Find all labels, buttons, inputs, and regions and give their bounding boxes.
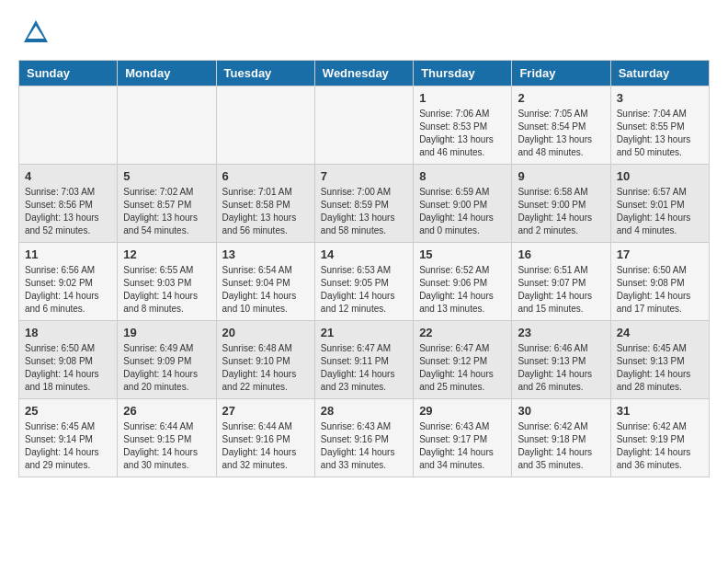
calendar-cell: 5Sunrise: 7:02 AMSunset: 8:57 PMDaylight… bbox=[118, 165, 216, 243]
calendar-cell: 21Sunrise: 6:47 AMSunset: 9:11 PMDayligh… bbox=[314, 321, 413, 399]
calendar-cell: 22Sunrise: 6:47 AMSunset: 9:12 PMDayligh… bbox=[414, 321, 512, 399]
day-details: Sunrise: 7:02 AMSunset: 8:57 PMDaylight:… bbox=[123, 186, 210, 237]
day-number: 11 bbox=[25, 247, 111, 261]
day-number: 23 bbox=[518, 326, 604, 339]
day-of-week-header: Sunday bbox=[19, 61, 118, 86]
day-details: Sunrise: 6:45 AMSunset: 9:13 PMDaylight:… bbox=[617, 342, 703, 394]
calendar-cell bbox=[216, 86, 314, 165]
day-number: 17 bbox=[617, 247, 703, 261]
logo bbox=[18, 18, 50, 51]
day-details: Sunrise: 6:55 AMSunset: 9:03 PMDaylight:… bbox=[123, 264, 210, 316]
day-details: Sunrise: 6:42 AMSunset: 9:19 PMDaylight:… bbox=[617, 420, 703, 472]
day-details: Sunrise: 6:52 AMSunset: 9:06 PMDaylight:… bbox=[419, 264, 506, 316]
day-details: Sunrise: 7:00 AMSunset: 8:59 PMDaylight:… bbox=[321, 186, 407, 237]
logo-icon bbox=[22, 18, 50, 46]
day-details: Sunrise: 6:47 AMSunset: 9:11 PMDaylight:… bbox=[321, 342, 407, 394]
day-details: Sunrise: 6:44 AMSunset: 9:15 PMDaylight:… bbox=[123, 420, 210, 472]
day-of-week-header: Tuesday bbox=[216, 61, 314, 86]
day-of-week-header: Wednesday bbox=[314, 61, 413, 86]
day-number: 21 bbox=[321, 326, 407, 339]
day-number: 26 bbox=[123, 404, 210, 418]
day-number: 9 bbox=[518, 169, 604, 183]
calendar-cell: 1Sunrise: 7:06 AMSunset: 8:53 PMDaylight… bbox=[414, 86, 512, 165]
day-number: 5 bbox=[123, 169, 210, 183]
day-number: 3 bbox=[617, 91, 703, 105]
calendar-cell: 13Sunrise: 6:54 AMSunset: 9:04 PMDayligh… bbox=[216, 243, 314, 321]
calendar-cell: 31Sunrise: 6:42 AMSunset: 9:19 PMDayligh… bbox=[610, 399, 709, 477]
calendar-cell: 16Sunrise: 6:51 AMSunset: 9:07 PMDayligh… bbox=[512, 243, 610, 321]
day-number: 31 bbox=[617, 404, 703, 418]
day-details: Sunrise: 6:49 AMSunset: 9:09 PMDaylight:… bbox=[123, 342, 210, 394]
day-details: Sunrise: 6:56 AMSunset: 9:02 PMDaylight:… bbox=[25, 264, 111, 316]
calendar-cell: 9Sunrise: 6:58 AMSunset: 9:00 PMDaylight… bbox=[512, 165, 610, 243]
day-number: 8 bbox=[419, 169, 506, 183]
calendar-cell: 8Sunrise: 6:59 AMSunset: 9:00 PMDaylight… bbox=[414, 165, 512, 243]
day-details: Sunrise: 6:47 AMSunset: 9:12 PMDaylight:… bbox=[419, 342, 506, 394]
day-number: 24 bbox=[617, 326, 703, 339]
day-details: Sunrise: 6:50 AMSunset: 9:08 PMDaylight:… bbox=[25, 342, 111, 394]
day-number: 20 bbox=[222, 326, 309, 339]
calendar-cell: 29Sunrise: 6:43 AMSunset: 9:17 PMDayligh… bbox=[414, 399, 512, 477]
calendar-cell bbox=[118, 86, 216, 165]
calendar-cell: 19Sunrise: 6:49 AMSunset: 9:09 PMDayligh… bbox=[118, 321, 216, 399]
day-details: Sunrise: 6:42 AMSunset: 9:18 PMDaylight:… bbox=[518, 420, 604, 472]
calendar-cell: 30Sunrise: 6:42 AMSunset: 9:18 PMDayligh… bbox=[512, 399, 610, 477]
day-number: 13 bbox=[222, 247, 309, 261]
day-number: 10 bbox=[617, 169, 703, 183]
calendar-cell bbox=[314, 86, 413, 165]
calendar-cell: 4Sunrise: 7:03 AMSunset: 8:56 PMDaylight… bbox=[19, 165, 118, 243]
calendar-cell: 2Sunrise: 7:05 AMSunset: 8:54 PMDaylight… bbox=[512, 86, 610, 165]
day-details: Sunrise: 6:43 AMSunset: 9:17 PMDaylight:… bbox=[419, 420, 506, 472]
day-details: Sunrise: 6:48 AMSunset: 9:10 PMDaylight:… bbox=[222, 342, 309, 394]
day-number: 7 bbox=[321, 169, 407, 183]
day-number: 16 bbox=[518, 247, 604, 261]
calendar-cell: 6Sunrise: 7:01 AMSunset: 8:58 PMDaylight… bbox=[216, 165, 314, 243]
calendar-cell: 10Sunrise: 6:57 AMSunset: 9:01 PMDayligh… bbox=[610, 165, 709, 243]
calendar-cell: 27Sunrise: 6:44 AMSunset: 9:16 PMDayligh… bbox=[216, 399, 314, 477]
day-details: Sunrise: 7:06 AMSunset: 8:53 PMDaylight:… bbox=[419, 108, 506, 159]
day-of-week-header: Monday bbox=[118, 61, 216, 86]
calendar-table: SundayMondayTuesdayWednesdayThursdayFrid… bbox=[18, 60, 710, 477]
calendar-cell: 3Sunrise: 7:04 AMSunset: 8:55 PMDaylight… bbox=[610, 86, 709, 165]
day-details: Sunrise: 6:57 AMSunset: 9:01 PMDaylight:… bbox=[617, 186, 703, 237]
day-of-week-header: Thursday bbox=[414, 61, 512, 86]
day-details: Sunrise: 6:58 AMSunset: 9:00 PMDaylight:… bbox=[518, 186, 604, 237]
calendar-cell: 14Sunrise: 6:53 AMSunset: 9:05 PMDayligh… bbox=[314, 243, 413, 321]
day-details: Sunrise: 6:59 AMSunset: 9:00 PMDaylight:… bbox=[419, 186, 506, 237]
day-number: 28 bbox=[321, 404, 407, 418]
day-number: 4 bbox=[25, 169, 111, 183]
day-number: 2 bbox=[518, 91, 604, 105]
day-details: Sunrise: 6:44 AMSunset: 9:16 PMDaylight:… bbox=[222, 420, 309, 472]
calendar-cell: 23Sunrise: 6:46 AMSunset: 9:13 PMDayligh… bbox=[512, 321, 610, 399]
calendar-cell: 11Sunrise: 6:56 AMSunset: 9:02 PMDayligh… bbox=[19, 243, 118, 321]
day-details: Sunrise: 6:50 AMSunset: 9:08 PMDaylight:… bbox=[617, 264, 703, 316]
day-number: 27 bbox=[222, 404, 309, 418]
day-number: 12 bbox=[123, 247, 210, 261]
day-of-week-header: Saturday bbox=[610, 61, 709, 86]
day-number: 19 bbox=[123, 326, 210, 339]
day-number: 25 bbox=[25, 404, 111, 418]
page-header bbox=[18, 18, 710, 51]
day-of-week-header: Friday bbox=[512, 61, 610, 86]
day-details: Sunrise: 6:46 AMSunset: 9:13 PMDaylight:… bbox=[518, 342, 604, 394]
day-details: Sunrise: 7:04 AMSunset: 8:55 PMDaylight:… bbox=[617, 108, 703, 159]
calendar-cell: 15Sunrise: 6:52 AMSunset: 9:06 PMDayligh… bbox=[414, 243, 512, 321]
day-details: Sunrise: 6:54 AMSunset: 9:04 PMDaylight:… bbox=[222, 264, 309, 316]
day-number: 1 bbox=[419, 91, 506, 105]
calendar-cell: 24Sunrise: 6:45 AMSunset: 9:13 PMDayligh… bbox=[610, 321, 709, 399]
day-number: 14 bbox=[321, 247, 407, 261]
calendar-cell: 12Sunrise: 6:55 AMSunset: 9:03 PMDayligh… bbox=[118, 243, 216, 321]
day-number: 18 bbox=[25, 326, 111, 339]
day-details: Sunrise: 6:51 AMSunset: 9:07 PMDaylight:… bbox=[518, 264, 604, 316]
calendar-cell: 26Sunrise: 6:44 AMSunset: 9:15 PMDayligh… bbox=[118, 399, 216, 477]
day-number: 15 bbox=[419, 247, 506, 261]
calendar-cell: 7Sunrise: 7:00 AMSunset: 8:59 PMDaylight… bbox=[314, 165, 413, 243]
day-details: Sunrise: 6:43 AMSunset: 9:16 PMDaylight:… bbox=[321, 420, 407, 472]
day-number: 29 bbox=[419, 404, 506, 418]
day-details: Sunrise: 7:05 AMSunset: 8:54 PMDaylight:… bbox=[518, 108, 604, 159]
calendar-cell bbox=[19, 86, 118, 165]
day-details: Sunrise: 7:03 AMSunset: 8:56 PMDaylight:… bbox=[25, 186, 111, 237]
day-number: 6 bbox=[222, 169, 309, 183]
day-number: 30 bbox=[518, 404, 604, 418]
day-number: 22 bbox=[419, 326, 506, 339]
